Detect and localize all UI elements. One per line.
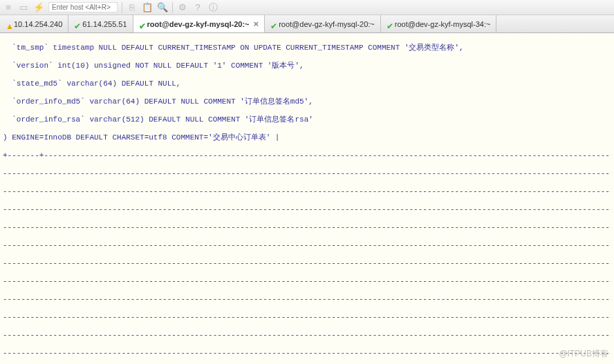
- ruler-line: ----------------------------------------…: [3, 277, 611, 286]
- tab-2[interactable]: ✔ root@dev-gz-kyf-mysql-20:~ ×: [133, 15, 266, 32]
- schema-line: `order_info_md5` varchar(64) DEFAULT NUL…: [3, 97, 611, 106]
- schema-line: `order_info_rsa` varchar(512) DEFAULT NU…: [3, 115, 611, 124]
- ruler-line: ----------------------------------------…: [3, 259, 611, 268]
- info-icon[interactable]: ⓘ: [207, 2, 218, 13]
- ruler-line: ----------------------------------------…: [3, 187, 611, 196]
- check-icon: ✔: [139, 21, 145, 27]
- new-icon[interactable]: ▭: [18, 2, 29, 13]
- menu-icon[interactable]: ≡: [3, 2, 14, 13]
- paste-icon[interactable]: 📋: [142, 2, 153, 13]
- ruler-line: ----------------------------------------…: [3, 223, 611, 232]
- tab-4[interactable]: ✔ root@dev-gz-kyf-mysql-34:~: [381, 15, 497, 32]
- check-icon: ✔: [270, 21, 276, 27]
- ruler-line: ----------------------------------------…: [3, 169, 611, 178]
- tab-label: 61.14.255.51: [82, 20, 127, 28]
- tab-bar: ▲ 10.14.254.240 ✔ 61.14.255.51 ✔ root@de…: [0, 15, 614, 33]
- ruler-line: ----------------------------------------…: [3, 313, 611, 322]
- tab-label: root@dev-gz-kyf-mysql-34:~: [395, 20, 491, 28]
- terminal-output[interactable]: `tm_smp` timestamp NULL DEFAULT CURRENT_…: [0, 33, 614, 364]
- schema-line: `state_md5` varchar(64) DEFAULT NULL,: [3, 79, 611, 88]
- search-icon[interactable]: 🔍: [157, 2, 168, 13]
- top-toolbar: ≡ ▭ ⚡ ⎘ 📋 🔍 ⚙ ? ⓘ: [0, 0, 614, 15]
- copy-icon[interactable]: ⎘: [127, 2, 138, 13]
- ruler-line: ----------------------------------------…: [3, 295, 611, 304]
- check-icon: ✔: [387, 21, 392, 27]
- tab-label: root@dev-gz-kyf-mysql-20:~: [147, 20, 250, 28]
- schema-line: ) ENGINE=InnoDB DEFAULT CHARSET=utf8 COM…: [3, 133, 611, 142]
- bolt-icon[interactable]: ⚡: [33, 2, 44, 13]
- ruler-line: ----------------------------------------…: [3, 349, 611, 358]
- tab-label: 10.14.254.240: [14, 20, 62, 28]
- ruler-line: ----------------------------------------…: [3, 331, 611, 340]
- host-input[interactable]: [48, 2, 118, 12]
- check-icon: ✔: [74, 21, 80, 27]
- schema-line: `version` int(10) unsigned NOT NULL DEFA…: [3, 61, 611, 70]
- tab-label: root@dev-gz-kyf-mysql-20:~: [279, 20, 375, 28]
- ruler-line: ----------------------------------------…: [3, 205, 611, 214]
- toolbar-divider: [122, 2, 122, 13]
- close-icon[interactable]: ×: [254, 19, 259, 29]
- tab-1[interactable]: ✔ 61.14.255.51: [68, 15, 133, 32]
- help-icon[interactable]: ?: [192, 2, 203, 13]
- tab-0[interactable]: ▲ 10.14.254.240: [0, 15, 68, 32]
- warning-icon: ▲: [6, 21, 11, 27]
- settings-icon[interactable]: ⚙: [177, 2, 188, 13]
- schema-line: `tm_smp` timestamp NULL DEFAULT CURRENT_…: [3, 44, 611, 52]
- ruler-line: +-------+-------------------------------…: [3, 151, 611, 160]
- tab-3[interactable]: ✔ root@dev-gz-kyf-mysql-20:~: [265, 15, 381, 32]
- ruler-line: ----------------------------------------…: [3, 241, 611, 250]
- toolbar-divider: [172, 2, 173, 13]
- watermark: @ITPUB博客: [559, 348, 608, 360]
